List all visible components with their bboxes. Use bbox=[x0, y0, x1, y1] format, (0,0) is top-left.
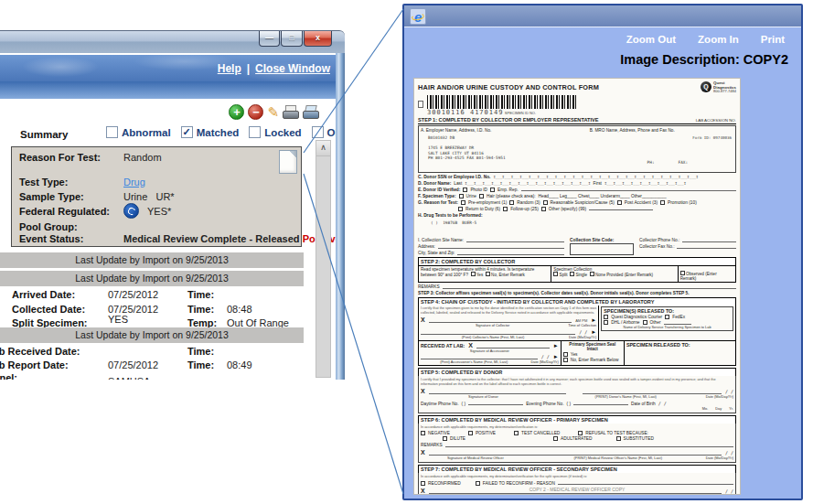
checkbox-icon[interactable] bbox=[312, 126, 324, 138]
app-subheader-bar bbox=[0, 81, 336, 99]
panel-row: Panel: SAMHSA bbox=[0, 372, 311, 380]
specimen-type-row: F. Specimen Type: Urine Hair (please che… bbox=[418, 194, 736, 198]
print-icon[interactable] bbox=[283, 105, 299, 119]
step4-received-at-lab: RECEIVED AT LAB: X ► Signature of Access… bbox=[418, 341, 736, 366]
app-header-banner: Help | Close Window bbox=[0, 55, 336, 81]
remove-icon[interactable]: − bbox=[248, 104, 263, 120]
checkbox-icon[interactable] bbox=[106, 126, 118, 138]
test-type-row: Test Type: Drug bbox=[19, 177, 68, 188]
quest-diagnostics-logo: Q Quest Diagnostics 800-877-7484 bbox=[701, 81, 736, 94]
vertical-scrollbar[interactable]: ∧ bbox=[316, 140, 331, 378]
collection-site-section: I. Collection Site Name: Address: City, … bbox=[418, 236, 736, 255]
specimen-id: 30010116 4170149 bbox=[427, 109, 503, 116]
zoom-out-link[interactable]: Zoom Out bbox=[626, 34, 676, 45]
form-title: HAIR AND/OR URINE CUSTODY AND CONTROL FO… bbox=[418, 81, 599, 91]
drug-tests-row: H. Drug Tests to be Performed: bbox=[418, 213, 736, 218]
zoom-in-link[interactable]: Zoom In bbox=[698, 34, 739, 45]
update-banner: Last Update by Import on 9/25/2013 bbox=[0, 327, 304, 343]
viewer-toolbar: Zoom Out Zoom In Print bbox=[626, 34, 785, 45]
close-button[interactable]: x bbox=[304, 31, 332, 47]
donor-name-row: D. Donor Name: Last I___I___I___I___I___… bbox=[418, 181, 736, 186]
window-border bbox=[336, 53, 345, 380]
image-viewer-window: e Zoom Out Zoom In Print Image Descripti… bbox=[402, 4, 803, 500]
maximize-button[interactable]: □ bbox=[281, 31, 303, 47]
reason-for-test-row: Reason For Test: Random bbox=[19, 152, 101, 163]
viewer-titlebar[interactable]: e bbox=[404, 5, 801, 27]
nav-divider: | bbox=[247, 62, 250, 75]
step5-header: STEP 5: COMPLETED BY DONOR bbox=[418, 368, 736, 376]
event-status-row: Event Status: Medical Review Complete - … bbox=[19, 233, 83, 244]
arrived-date-row: Arrived Date: 07/25/2012 Time: bbox=[0, 289, 311, 302]
reason-for-test-row-2: Return to Duty (6) Follow-up (25) Other … bbox=[418, 207, 736, 211]
step2-header: STEP 2: COMPLETED BY COLLECTOR bbox=[418, 257, 736, 265]
checkbox-checked-icon[interactable]: ✓ bbox=[181, 126, 193, 138]
abnormal-checkbox[interactable]: Abnormal bbox=[106, 126, 171, 138]
lab-accession-label: LAB ACCESSION NO. bbox=[696, 118, 736, 123]
close-window-link[interactable]: Close Window bbox=[255, 62, 330, 75]
collected-date-row: Collected Date: 07/25/2012 Time: 08:48 bbox=[0, 304, 311, 316]
step1-header: STEP 1: COMPLETED BY COLLECTOR OR EMPLOY… bbox=[418, 116, 736, 124]
collection-site-code-box bbox=[570, 243, 634, 255]
record-toolbar: + − ✎ bbox=[229, 104, 319, 120]
status-flags: Abnormal ✓ Matched Locked Observed bbox=[106, 126, 336, 138]
window-titlebar[interactable]: — □ x bbox=[0, 30, 345, 53]
records-window: — □ x Help | Close Window + − ✎ Summary … bbox=[0, 30, 345, 380]
donor-ssn-row: C. Donor SSN or Employee I.D. No. I___I_… bbox=[418, 175, 736, 179]
internet-explorer-icon: e bbox=[410, 8, 426, 25]
dot-logo-icon bbox=[123, 203, 139, 219]
step5-donor-section: I certify that I provided my specimen to… bbox=[418, 376, 736, 413]
barcode-stop-mark bbox=[418, 101, 423, 108]
step4-header: STEP 4: CHAIN OF CUSTODY - INITIATED BY … bbox=[418, 297, 736, 306]
specimen-id-label: SPECIMEN ID NO. bbox=[505, 111, 536, 115]
step6-header: STEP 6: COMPLETED BY MEDICAL REVIEW OFFI… bbox=[418, 415, 736, 424]
matched-checkbox[interactable]: ✓ Matched bbox=[181, 126, 240, 138]
arrow-icon: ► bbox=[553, 343, 559, 349]
minimize-button[interactable]: — bbox=[259, 31, 280, 47]
sample-type-row: Sample Type: Urine UR* bbox=[19, 191, 84, 202]
quest-logo-icon: Q bbox=[701, 81, 711, 92]
summary-panel: Reason For Test: Random Test Type: Drug … bbox=[11, 146, 302, 247]
step3-line: STEP 3: Collector affixes specimen seal(… bbox=[418, 291, 736, 295]
fax-print-icon[interactable] bbox=[303, 105, 319, 119]
update-banner: Last Update by Import on 9/25/2013 bbox=[0, 271, 304, 286]
reason-for-test-row-1: G. Reason for Test: Pre-employment (1) R… bbox=[418, 200, 736, 205]
scroll-up-icon[interactable]: ∧ bbox=[316, 141, 330, 156]
drug-tests-dotmatrix: ( ) 1987GB BUER-5 bbox=[431, 220, 736, 226]
donor-id-verified-row: E. Donor ID Verified: Photo ID Emp. Rep. bbox=[418, 188, 736, 192]
window-content: Help | Close Window + − ✎ Summary Abnorm… bbox=[0, 53, 336, 380]
drug-link[interactable]: Drug bbox=[123, 177, 145, 188]
step2-content: Read specimen temperature within 4 minut… bbox=[418, 265, 736, 283]
checkbox-icon[interactable] bbox=[249, 126, 261, 138]
step4-chain-of-custody: I certify that the specimen given to me … bbox=[418, 306, 736, 341]
locked-checkbox[interactable]: Locked bbox=[249, 126, 301, 138]
specimen-barcode bbox=[427, 95, 578, 109]
edit-icon[interactable]: ✎ bbox=[267, 104, 279, 120]
federal-regulated-row: Federal Regulated: YES* bbox=[19, 206, 110, 217]
image-description: Image Description: COPY2 bbox=[620, 52, 788, 67]
help-link[interactable]: Help bbox=[218, 62, 241, 75]
quest-phone: 800-877-7484 bbox=[713, 90, 736, 94]
employer-address-dotmatrix: B0101032 DB 1745 E BREEZEWAY DR SALT LAK… bbox=[428, 135, 590, 161]
step6-mro-primary: In accordance with applicable requiremen… bbox=[418, 424, 736, 463]
update-banner: Last Update by Import on 9/25/2013 bbox=[0, 252, 304, 268]
copy-footer: COPY 2 - MEDICAL REVIEW OFFICER COPY bbox=[414, 487, 740, 492]
form-id: Form ID: 09740036 bbox=[692, 135, 732, 140]
step7-header: STEP 7: COMPLETED BY MEDICAL REVIEW OFFI… bbox=[418, 465, 736, 473]
print-link[interactable]: Print bbox=[761, 34, 785, 45]
summary-label: Summary bbox=[20, 129, 68, 140]
employer-mro-box: A. Employer Name, Address, I.D. No. B010… bbox=[418, 125, 736, 173]
lab-report-date-row: Lab Report Date: 07/25/2012 Time: 08:49 bbox=[0, 359, 311, 372]
lab-received-date-row: Lab Received Date: Time: bbox=[0, 346, 311, 359]
scanned-document: HAIR AND/OR URINE CUSTODY AND CONTROL FO… bbox=[413, 78, 741, 495]
remarks-row: REMARKS bbox=[418, 284, 736, 289]
pool-group-row: Pool Group: bbox=[19, 221, 78, 232]
document-thumbnail-icon[interactable] bbox=[279, 150, 297, 174]
observed-checkbox[interactable]: Observed bbox=[312, 126, 336, 138]
add-icon[interactable]: + bbox=[229, 104, 244, 120]
